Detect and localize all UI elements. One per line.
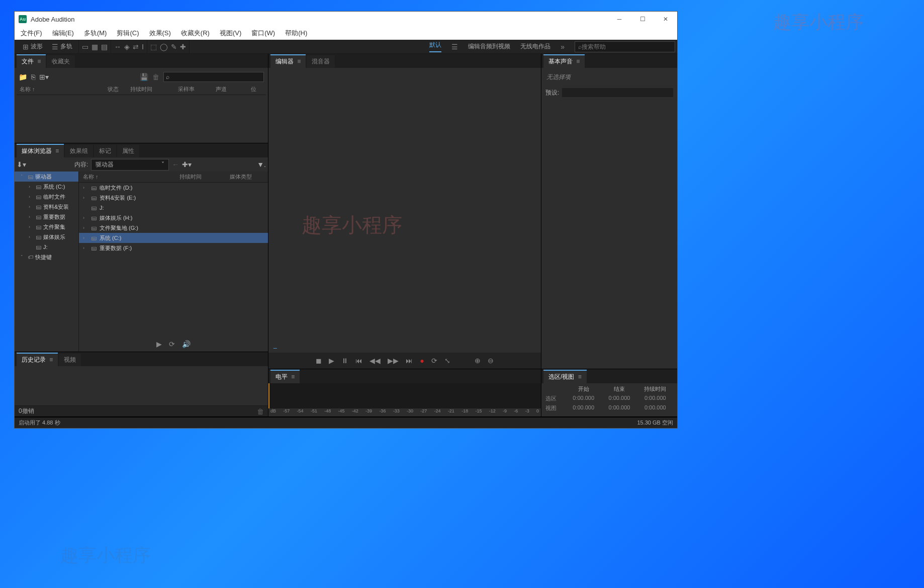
- loop-icon[interactable]: 🔊: [182, 340, 191, 348]
- panel-menu-icon[interactable]: ≡: [49, 356, 53, 363]
- list-item[interactable]: ›🖴媒体娱乐 (H:): [79, 213, 268, 223]
- panel-menu-icon[interactable]: ≡: [37, 58, 41, 65]
- prev-button[interactable]: ⏮: [355, 357, 362, 365]
- list-item[interactable]: ›🖴临时文件 (D:): [79, 183, 268, 193]
- close-button[interactable]: ✕: [654, 12, 677, 27]
- list-item[interactable]: ›🖴系统 (C:): [79, 233, 268, 243]
- trash-icon[interactable]: 🗑: [257, 407, 264, 415]
- open-file-icon[interactable]: 📁: [19, 73, 27, 81]
- multitrack-mode-button[interactable]: ☰多轨: [49, 41, 75, 52]
- menu-help[interactable]: 帮助(H): [281, 28, 311, 39]
- preview-play-icon[interactable]: ▶: [156, 340, 162, 348]
- view-duration[interactable]: 0:00.000: [637, 404, 673, 412]
- expand-icon[interactable]: ›: [83, 215, 88, 220]
- panel-menu-icon[interactable]: ≡: [55, 147, 59, 154]
- tab-essential-sound[interactable]: 基本声音 ≡: [543, 54, 585, 68]
- brush-icon[interactable]: ✎: [171, 43, 177, 51]
- selection-start[interactable]: 0:00.000: [566, 395, 601, 402]
- tree-item-media[interactable]: ›🖴媒体娱乐: [15, 232, 78, 242]
- expand-icon[interactable]: ›: [29, 194, 34, 199]
- trash-icon[interactable]: 🗑: [152, 73, 159, 81]
- maximize-button[interactable]: ☐: [631, 12, 654, 27]
- tree-item-collection[interactable]: ›🖴文件聚集: [15, 222, 78, 232]
- expand-icon[interactable]: ›: [83, 245, 88, 250]
- minimize-button[interactable]: ─: [608, 12, 631, 27]
- loop-button[interactable]: ⟳: [431, 357, 437, 365]
- list-item[interactable]: ›🖴资料&安装 (E:): [79, 193, 268, 203]
- expand-icon[interactable]: ›: [83, 195, 88, 200]
- view-start[interactable]: 0:00.000: [566, 404, 601, 412]
- panel-menu-icon[interactable]: ≡: [297, 58, 301, 65]
- menu-view[interactable]: 视图(V): [216, 28, 245, 39]
- list-item[interactable]: 🖴J:: [79, 203, 268, 213]
- add-icon[interactable]: ✚▾: [182, 160, 192, 169]
- rewind-button[interactable]: ◀◀: [369, 357, 381, 365]
- menu-favorites[interactable]: 收藏夹(R): [177, 28, 214, 39]
- tab-markers[interactable]: 标记: [94, 145, 116, 157]
- preset-dropdown[interactable]: [562, 88, 673, 97]
- view-end[interactable]: 0:00.000: [601, 404, 637, 412]
- panel-menu-icon[interactable]: ≡: [578, 373, 582, 380]
- forward-button[interactable]: ▶▶: [388, 357, 399, 365]
- skip-selection-button[interactable]: ⤡: [444, 357, 450, 365]
- expand-icon[interactable]: ›: [29, 204, 34, 209]
- titlebar[interactable]: Au Adobe Audition ─ ☐ ✕: [15, 12, 677, 27]
- menu-effects[interactable]: 效果(S): [145, 28, 175, 39]
- editor-canvas[interactable]: _: [268, 68, 541, 353]
- tab-files[interactable]: 文件 ≡: [17, 54, 46, 68]
- panel-menu-icon[interactable]: ≡: [576, 58, 580, 65]
- list-item[interactable]: ›🖴文件聚集地 (G:): [79, 223, 268, 233]
- next-button[interactable]: ⏭: [406, 357, 413, 365]
- col-sample-rate[interactable]: 采样率: [175, 86, 213, 93]
- tab-levels[interactable]: 电平 ≡: [270, 370, 300, 383]
- menu-file[interactable]: 文件(F): [17, 28, 46, 39]
- tab-favorites[interactable]: 收藏夹: [47, 55, 75, 68]
- workspace-menu-icon[interactable]: ☰: [451, 43, 458, 51]
- content-dropdown[interactable]: 驱动器˅: [91, 159, 169, 171]
- expand-icon[interactable]: ›: [29, 214, 34, 219]
- waveform-mode-button[interactable]: ⊞波形: [20, 41, 46, 52]
- import-icon[interactable]: ⎘: [31, 73, 35, 81]
- collapse-icon[interactable]: ˅: [21, 174, 26, 179]
- col-type[interactable]: 媒体类型: [230, 173, 268, 181]
- col-name[interactable]: 名称 ↑: [17, 86, 105, 93]
- search-help[interactable]: ⌕: [575, 41, 675, 52]
- expand-icon[interactable]: ›: [29, 224, 34, 229]
- razor-tool-icon[interactable]: ◈: [124, 43, 130, 51]
- move-tool-icon[interactable]: ↔: [114, 43, 121, 51]
- lasso-icon[interactable]: ◯: [160, 43, 168, 51]
- workspace-edit-audio[interactable]: 编辑音频到视频: [468, 42, 510, 51]
- spectral-icon[interactable]: ▦: [91, 43, 98, 51]
- expand-icon[interactable]: ›: [29, 184, 34, 189]
- menu-edit[interactable]: 编辑(E): [48, 28, 78, 39]
- new-file-icon[interactable]: ⊞▾: [39, 73, 49, 81]
- expand-icon[interactable]: ›: [83, 185, 88, 190]
- expand-icon[interactable]: ›: [83, 235, 88, 240]
- selection-duration[interactable]: 0:00.000: [637, 395, 673, 402]
- col-name[interactable]: 名称 ↑: [79, 173, 179, 181]
- col-status[interactable]: 状态: [105, 86, 127, 93]
- zoom-in-icon[interactable]: ⊕: [475, 357, 481, 365]
- collapse-icon[interactable]: ˅: [21, 255, 26, 260]
- save-icon[interactable]: 💾: [140, 73, 148, 81]
- back-icon[interactable]: ←: [172, 160, 179, 169]
- tab-effects-rack[interactable]: 效果组: [65, 145, 93, 157]
- pitch-icon[interactable]: ▤: [101, 43, 108, 51]
- col-duration[interactable]: 持续时间: [179, 173, 230, 181]
- zoom-out-icon[interactable]: ⊖: [488, 357, 494, 365]
- files-search[interactable]: ⌕: [163, 72, 264, 82]
- tree-item-shortcuts[interactable]: ˅🏷快捷键: [15, 252, 78, 262]
- stop-button[interactable]: ◼: [316, 357, 322, 365]
- filter-icon[interactable]: ▼.: [257, 160, 266, 169]
- tab-mixer[interactable]: 混音器: [307, 55, 335, 68]
- search-input[interactable]: [582, 43, 672, 50]
- tab-video[interactable]: 视频: [59, 354, 81, 366]
- col-bits[interactable]: 位: [248, 86, 263, 93]
- time-selection-icon[interactable]: Ⅰ: [142, 43, 144, 51]
- workspace-overflow-icon[interactable]: »: [561, 43, 565, 51]
- tree-item-materials[interactable]: ›🖴资料&安装: [15, 202, 78, 212]
- menu-multitrack[interactable]: 多轨(M): [80, 28, 111, 39]
- panel-menu-icon[interactable]: ≡: [291, 373, 295, 380]
- workspace-default[interactable]: 默认: [429, 41, 441, 52]
- workspace-radio[interactable]: 无线电作品: [520, 42, 550, 51]
